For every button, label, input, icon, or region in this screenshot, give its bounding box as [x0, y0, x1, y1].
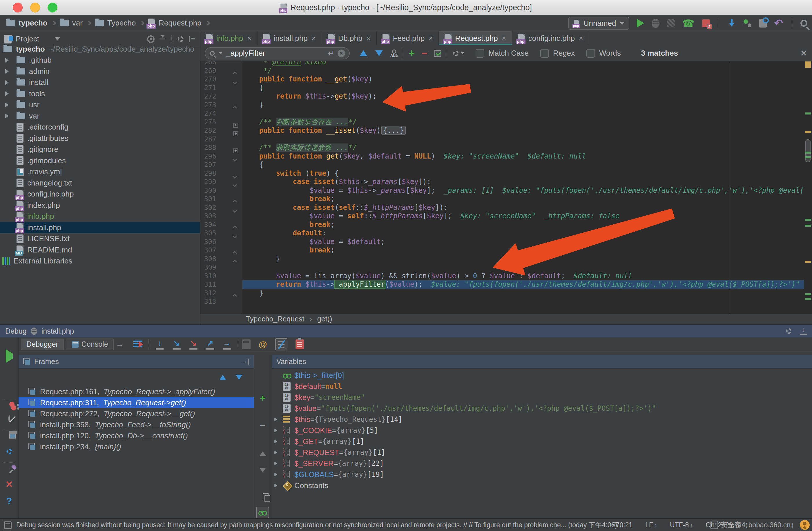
code-line-305[interactable]: 305 default:: [200, 229, 812, 238]
code-line-282[interactable]: 282+ public function __isset($key){...}: [200, 127, 812, 135]
breadcrumb-item-request.php[interactable]: phpRequest.php: [148, 18, 201, 28]
code-line-297[interactable]: 297 {: [200, 161, 812, 169]
rollback-button[interactable]: [774, 18, 783, 28]
expand-arrow-slot[interactable]: [274, 472, 283, 476]
line-ending-selector[interactable]: LF: [645, 521, 657, 529]
hide-frames-icon[interactable]: [242, 358, 249, 365]
tree-item-README.md[interactable]: MDREADME.md: [0, 244, 200, 256]
expand-arrow-slot[interactable]: [274, 428, 283, 432]
next-frame-icon[interactable]: [236, 375, 242, 380]
expand-arrow-slot[interactable]: [274, 484, 283, 488]
tree-item-admin[interactable]: admin: [0, 66, 200, 77]
mute-renderers-icon[interactable]: [259, 339, 267, 349]
line-number[interactable]: 268: [204, 61, 216, 67]
search-input[interactable]: _applyFilter ×: [205, 47, 350, 59]
frame-Request.php:161[interactable]: Request.php:161, Typecho_Request->_apply…: [18, 386, 254, 397]
code-line-275[interactable]: 275+ /** 判断参数是否存在 ...*/: [200, 118, 812, 127]
chevron-down-icon[interactable]: [55, 38, 60, 41]
remove-occurrence-icon[interactable]: [422, 48, 427, 58]
frame-Request.php:311[interactable]: Request.php:311, Typecho_Request->get(): [18, 397, 254, 408]
expand-arrow-slot[interactable]: [274, 451, 283, 455]
tree-item-var[interactable]: var: [0, 110, 200, 122]
find-option-regex[interactable]: Regex: [540, 49, 575, 58]
next-occurrence-icon[interactable]: [375, 50, 383, 56]
line-number[interactable]: 311: [204, 280, 216, 289]
line-number[interactable]: 275: [204, 118, 216, 127]
line-number[interactable]: 274: [204, 109, 216, 118]
clear-search-icon[interactable]: ×: [337, 49, 345, 57]
line-number[interactable]: 308: [204, 255, 216, 264]
code-line-288[interactable]: 288+ /** 获取实际传递参数 ...*/: [200, 144, 812, 152]
line-number[interactable]: 282: [204, 127, 216, 135]
expand-arrow-slot[interactable]: [5, 80, 13, 85]
toolwindow-toggle-icon[interactable]: [4, 521, 12, 529]
tab-debugger[interactable]: Debugger: [21, 339, 64, 350]
line-number[interactable]: 305: [204, 229, 216, 238]
tree-root-typecho[interactable]: typecho ~/Resilio_Sync/apps/code_analyze…: [0, 43, 200, 55]
editor-tab-Request.php[interactable]: phpRequest.php×: [439, 31, 512, 45]
code-editor[interactable]: 268 * @return mixed269 */270 public func…: [200, 61, 812, 314]
tree-item-.gitignore[interactable]: .gitignore: [0, 144, 200, 156]
variable-Constants[interactable]: cConstants: [272, 480, 812, 491]
line-number[interactable]: 299: [204, 178, 216, 186]
find-option-match-case[interactable]: Match Case: [476, 49, 529, 58]
expand-arrow-slot[interactable]: [274, 439, 283, 443]
breadcrumb-method[interactable]: get(): [317, 315, 332, 323]
editor-tab-Db.php[interactable]: phpDb.php×: [322, 31, 377, 45]
run-to-cursor-icon[interactable]: →: [221, 338, 233, 351]
add-occurrence-icon[interactable]: [409, 48, 415, 59]
show-execution-point-icon[interactable]: [132, 338, 144, 351]
close-tab-icon[interactable]: ×: [247, 34, 251, 42]
code-line-269[interactable]: 269 */: [200, 67, 812, 75]
stripe-mark[interactable]: [805, 151, 811, 153]
tree-item-LICENSE.txt[interactable]: LICENSE.txt: [0, 233, 200, 245]
code-line-296[interactable]: 296 public function get($key, $default =…: [200, 152, 812, 161]
breadcrumb-item-typecho[interactable]: Typecho: [95, 18, 136, 28]
code-line-302[interactable]: 302 case isset(self::$_httpParams[$key])…: [200, 204, 812, 212]
stripe-mark[interactable]: [805, 261, 811, 263]
caret-position[interactable]: 270:21: [612, 521, 633, 529]
encoding-selector[interactable]: UTF-8: [670, 521, 693, 529]
debugger-settings-gear-icon[interactable]: [6, 448, 13, 455]
tree-item-usr[interactable]: usr: [0, 100, 200, 111]
tree-item-install.php[interactable]: phpinstall.php: [0, 222, 200, 233]
tree-item-.gitattributes[interactable]: .gitattributes: [0, 133, 200, 144]
editor-scrollbar[interactable]: [805, 139, 811, 162]
variable-_COOKIE[interactable]: 123$_COOKIE = {array} [5]: [272, 425, 812, 436]
close-session-icon[interactable]: [6, 480, 13, 489]
variable-_SERVER[interactable]: 123$_SERVER = {array} [22]: [272, 458, 812, 469]
code-line-301[interactable]: 301 break;: [200, 195, 812, 204]
search-everywhere-icon[interactable]: [800, 20, 807, 27]
locate-file-icon[interactable]: [147, 35, 155, 43]
tab-console[interactable]: Console: [66, 339, 114, 350]
stripe-mark[interactable]: [805, 113, 811, 115]
line-number[interactable]: 269: [204, 67, 216, 75]
line-number[interactable]: 312: [204, 289, 216, 298]
vcs-update-button[interactable]: [728, 19, 736, 28]
variable-this_filter0[interactable]: $this->_filter[0]: [272, 370, 812, 381]
line-number[interactable]: 296: [204, 152, 216, 161]
mute-breakpoints-icon[interactable]: [9, 416, 10, 422]
search-settings-gear-icon[interactable]: [453, 50, 459, 56]
move-watch-down-icon[interactable]: [260, 472, 266, 478]
code-line-311[interactable]: 311 return $this->_applyFilter($value); …: [200, 280, 812, 289]
tree-item-.editorconfig[interactable]: .editorconfig: [0, 122, 200, 133]
stripe-mark[interactable]: [805, 298, 811, 300]
line-number[interactable]: 273: [204, 101, 216, 109]
tree-item-info.php[interactable]: phpinfo.php: [0, 211, 200, 222]
line-number[interactable]: 309: [204, 263, 216, 272]
variable-_GET[interactable]: 123$_GET = {array} [1]: [272, 436, 812, 447]
tree-item-tools[interactable]: tools: [0, 88, 200, 100]
force-step-into-icon[interactable]: ↘: [187, 338, 200, 351]
line-number[interactable]: 297: [204, 161, 216, 169]
search-history-chevron-icon[interactable]: [219, 52, 223, 55]
checkbox[interactable]: [586, 49, 595, 58]
stripe-mark[interactable]: [805, 225, 811, 227]
show-values-inline-toggle[interactable]: [275, 338, 287, 351]
step-out-icon[interactable]: ↗: [204, 338, 216, 351]
tree-item-.travis.yml[interactable]: .travis.yml: [0, 166, 200, 178]
breadcrumb-class[interactable]: Typecho_Request: [246, 315, 304, 323]
code-line-270[interactable]: 270 public function __get($key): [200, 75, 812, 84]
code-line-298[interactable]: 298 switch (true) {: [200, 169, 812, 178]
line-number[interactable]: 300: [204, 186, 216, 195]
